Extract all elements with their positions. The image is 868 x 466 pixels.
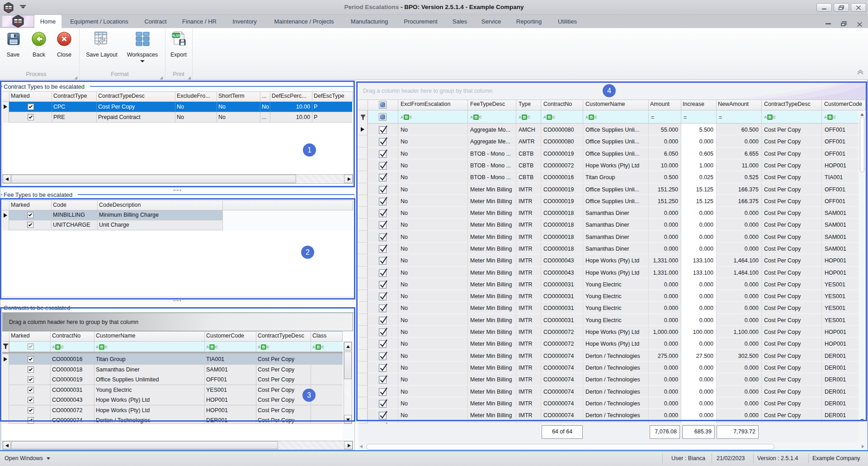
svg-text:XLSX: XLSX bbox=[172, 34, 180, 37]
